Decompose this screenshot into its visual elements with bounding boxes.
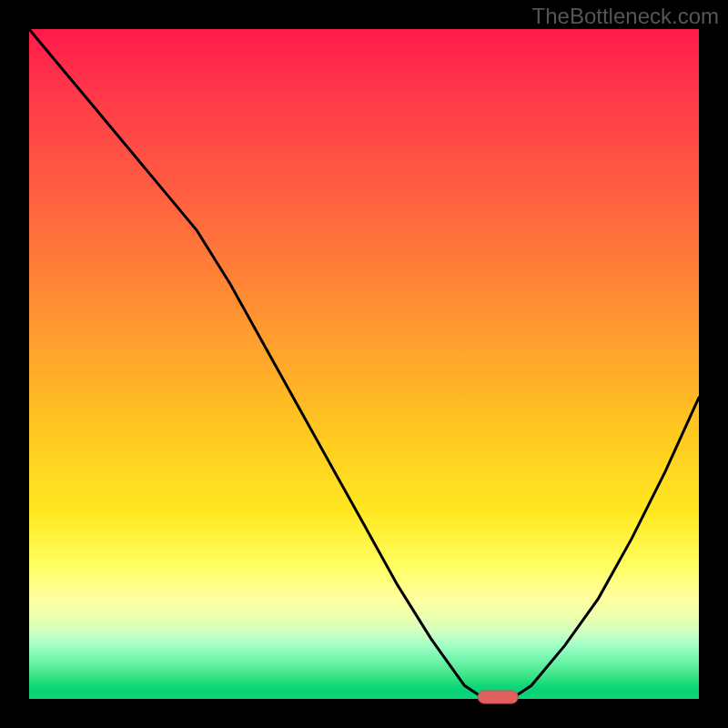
bottleneck-curve-plot: [29, 29, 699, 699]
optimal-point-marker: [478, 691, 518, 703]
performance-curve: [29, 29, 699, 699]
watermark-text: TheBottleneck.com: [532, 4, 719, 29]
